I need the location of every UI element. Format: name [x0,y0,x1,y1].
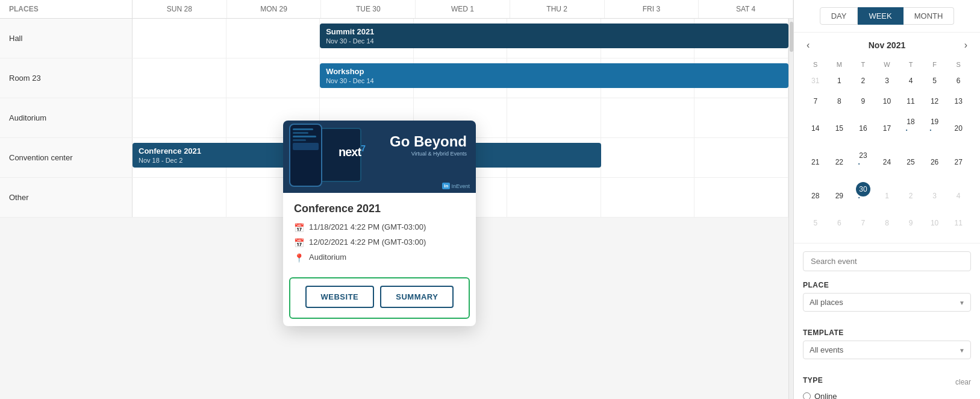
cal-day-1[interactable]: 1 [876,180,899,212]
type-filter: TYPE clear Online In person [794,371,980,399]
room23-days: Workshop Nov 30 - Dec 14 [133,58,788,98]
next-month-button[interactable]: › [961,39,971,52]
cal-day-22[interactable]: 22 [828,146,851,178]
cal-hdr-w: W [876,59,899,70]
cal-day-15[interactable]: 15 [828,112,851,145]
cal-day-14[interactable]: 14 [804,112,827,145]
cal-day-10[interactable]: 10 [876,92,899,111]
week-view-button[interactable]: WEEK [858,7,903,25]
cal-day-19[interactable]: 19• [923,112,946,145]
cal-day-5[interactable]: 5 [923,71,946,90]
cal-day-26[interactable]: 26 [923,146,946,178]
cal-day-31[interactable]: 31 [804,71,827,90]
template-filter-wrap: All events [803,341,971,359]
search-section [794,247,980,276]
cal-day-28[interactable]: 28 [804,180,827,212]
event-summit-title: Summit 2021 [326,27,782,36]
cal-day-23[interactable]: 23• [852,146,875,178]
scrollbar-thumb[interactable] [790,22,793,52]
search-input[interactable] [803,251,971,271]
scrollbar[interactable] [788,19,793,399]
search-input-wrap [803,251,971,271]
day-header-5: FRI 3 [605,0,699,18]
event-summit-2021[interactable]: Summit 2021 Nov 30 - Dec 14 [320,24,788,48]
popup-start-time: 📅 11/18/2021 4:22 PM (GMT-03:00) [294,222,465,233]
cal-day-16[interactable]: 16 [852,112,875,145]
cal-day-4[interactable]: 4 [899,71,922,90]
cal-day-7[interactable]: 7 [804,92,827,111]
cal-day-6[interactable]: 6 [828,213,851,233]
convention-day-5 [601,138,695,177]
type-filter-label: TYPE [803,376,823,385]
day-header-0: SUN 28 [133,0,227,18]
template-filter: TEMPLATE All events [794,324,980,364]
website-button[interactable]: WEBSITE [305,286,375,308]
place-filter-select[interactable]: All places [803,293,971,312]
cal-day-27[interactable]: 27 [947,146,970,178]
mini-cal-month-year: Nov 2021 [869,40,905,50]
cal-day-6[interactable]: 6 [947,71,970,90]
popup-body: Conference 2021 📅 11/18/2021 4:22 PM (GM… [283,193,476,277]
cal-day-9[interactable]: 9 [899,213,922,233]
cal-day-13[interactable]: 13 [947,92,970,111]
place-name-room23: Room 23 [0,58,133,98]
convention-day-6 [694,138,788,177]
cal-day-3[interactable]: 3 [923,180,946,212]
cal-day-25[interactable]: 25 [899,146,922,178]
prev-month-button[interactable]: ‹ [803,39,813,52]
cal-day-4[interactable]: 4 [947,180,970,212]
day-header-1: MON 29 [227,0,322,18]
type-clear-link[interactable]: clear [955,378,971,386]
auditorium-day-0 [133,98,226,137]
summary-button[interactable]: SUMMARY [380,286,454,308]
cal-day-3[interactable]: 3 [876,71,899,90]
view-toggle: DAY WEEK MONTH [794,0,980,33]
place-name-other: Other [0,178,133,217]
cal-day-8[interactable]: 8 [876,213,899,233]
cal-day-8[interactable]: 8 [828,92,851,111]
cal-day-18[interactable]: 18• [899,112,922,145]
month-view-button[interactable]: MONTH [904,7,955,25]
popup-banner: next7 Go Beyond Virtual & Hybrid Events … [283,121,476,193]
cal-day-17[interactable]: 17 [876,112,899,145]
right-sidebar: DAY WEEK MONTH ‹ Nov 2021 › S M T W T F … [793,0,980,399]
cal-day-7[interactable]: 7 [852,213,875,233]
cal-day-2[interactable]: 2 [899,180,922,212]
cal-day-21[interactable]: 21 [804,146,827,178]
cal-day-9[interactable]: 9 [852,92,875,111]
cal-day-10[interactable]: 10 [923,213,946,233]
popup-actions: WEBSITE SUMMARY [289,277,470,319]
day-header-4: THU 2 [510,0,605,18]
place-name-auditorium: Auditorium [0,98,133,137]
day-header-6: SAT 4 [699,0,793,18]
cal-day-24[interactable]: 24 [876,146,899,178]
room23-day-1 [226,58,320,98]
template-filter-select[interactable]: All events [803,341,971,359]
hall-day-1 [226,19,320,58]
popup-location-text: Auditorium [309,253,346,262]
event-workshop[interactable]: Workshop Nov 30 - Dec 14 [320,63,788,88]
cal-day-20[interactable]: 20 [947,112,970,145]
cal-day-11[interactable]: 11 [899,92,922,111]
cal-day-5[interactable]: 5 [804,213,827,233]
days-header: SUN 28 MON 29 TUE 30 WED 1 THU 2 FRI 3 S… [133,0,793,18]
day-header-2: TUE 30 [321,0,416,18]
cal-day-11[interactable]: 11 [947,213,970,233]
hall-day-0 [133,19,226,58]
popup-card: next7 Go Beyond Virtual & Hybrid Events … [283,121,476,326]
auditorium-day-4 [507,98,601,137]
place-filter: PLACE All places [794,276,980,316]
cal-day-1[interactable]: 1 [828,71,851,90]
auditorium-day-6 [694,98,788,137]
event-summit-dates: Nov 30 - Dec 14 [326,37,782,45]
cal-day-2[interactable]: 2 [852,71,875,90]
popup-banner-subtitle: Virtual & Hybrid Events [390,151,467,157]
cal-day-30[interactable]: 30• [852,180,875,212]
auditorium-day-5 [601,98,695,137]
cal-hdr-f: F [923,59,946,70]
cal-day-12[interactable]: 12 [923,92,946,111]
type-online-radio[interactable] [803,392,811,399]
cal-hdr-t1: T [852,59,875,70]
day-view-button[interactable]: DAY [820,7,858,25]
cal-day-29[interactable]: 29 [828,180,851,212]
